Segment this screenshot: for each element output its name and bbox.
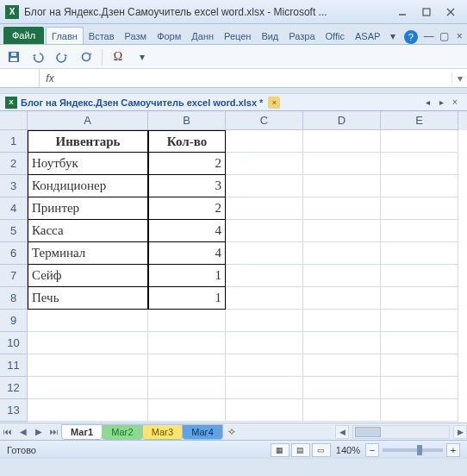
minimize-button[interactable]	[391, 4, 414, 20]
hscroll-thumb[interactable]	[355, 427, 381, 437]
cell-B1[interactable]: Кол-во	[148, 130, 226, 153]
cell-A5[interactable]: Касса	[28, 220, 148, 242]
tab-view[interactable]: Вид	[256, 28, 283, 44]
spreadsheet-grid[interactable]: ABCDE 12345678910111213 ИнвентарьКол-воН…	[0, 110, 467, 423]
cell-D11[interactable]	[303, 354, 381, 377]
column-header-C[interactable]: C	[226, 111, 303, 130]
select-all-corner[interactable]	[0, 111, 28, 130]
doc-nav-close-icon[interactable]: ×	[448, 97, 462, 109]
ribbon-minimize-button[interactable]: ▾	[385, 28, 401, 44]
cell-A2[interactable]: Ноутбук	[28, 153, 148, 175]
cell-C10[interactable]	[226, 332, 303, 354]
cell-D12[interactable]	[303, 377, 381, 399]
cell-B5[interactable]: 4	[148, 220, 226, 242]
zoom-out-button[interactable]: −	[365, 443, 379, 457]
row-header-3[interactable]: 3	[0, 175, 28, 197]
tab-office[interactable]: Offic	[321, 28, 350, 44]
view-pagebreak-button[interactable]: ▭	[312, 443, 331, 457]
cell-E4[interactable]	[381, 197, 458, 220]
tab-asap[interactable]: ASAP	[350, 28, 385, 44]
cell-D13[interactable]	[303, 399, 381, 422]
dropdown-icon[interactable]: ▾	[134, 48, 151, 66]
cell-C5[interactable]	[226, 220, 303, 242]
redo-icon[interactable]	[53, 48, 71, 66]
cell-A12[interactable]	[28, 377, 148, 399]
insert-worksheet-icon[interactable]: ✧	[223, 426, 240, 438]
cell-E10[interactable]	[381, 332, 458, 354]
cell-C3[interactable]	[226, 175, 303, 197]
column-header-D[interactable]: D	[303, 111, 381, 130]
workbook-close-button[interactable]: ×	[451, 28, 467, 44]
close-button[interactable]	[439, 4, 462, 20]
tab-insert[interactable]: Встав	[84, 28, 120, 44]
cell-E12[interactable]	[381, 377, 458, 399]
sheet-tab-Маг2[interactable]: Маг2	[102, 424, 143, 440]
row-header-7[interactable]: 7	[0, 265, 28, 287]
cell-A9[interactable]	[28, 310, 148, 332]
cell-B9[interactable]	[148, 310, 226, 332]
sheet-nav-prev-icon[interactable]: ◀	[16, 424, 31, 440]
cell-E2[interactable]	[381, 153, 458, 175]
tab-review[interactable]: Рецен	[219, 28, 256, 44]
macro-icon[interactable]: Ω	[109, 48, 127, 66]
name-box[interactable]	[0, 69, 40, 87]
sheet-tab-Маг1[interactable]: Маг1	[61, 424, 103, 440]
cell-E5[interactable]	[381, 220, 458, 242]
row-header-2[interactable]: 2	[0, 153, 28, 175]
sheet-nav-first-icon[interactable]: ⏮	[0, 424, 16, 440]
zoom-in-button[interactable]: +	[446, 443, 460, 457]
cell-C7[interactable]	[226, 265, 303, 287]
hscroll-left-button[interactable]: ◀	[335, 425, 349, 439]
row-header-6[interactable]: 6	[0, 242, 28, 265]
cell-D4[interactable]	[303, 197, 381, 220]
tab-developer[interactable]: Разра	[283, 28, 320, 44]
cell-C2[interactable]	[226, 153, 303, 175]
cell-B3[interactable]: 3	[148, 175, 226, 197]
doc-nav-left-icon[interactable]: ◂	[420, 97, 434, 109]
hscroll-track[interactable]	[352, 425, 450, 439]
cell-E3[interactable]	[381, 175, 458, 197]
cell-E11[interactable]	[381, 354, 458, 377]
formula-expand-button[interactable]: ▾	[451, 72, 467, 85]
cell-A1[interactable]: Инвентарь	[28, 130, 148, 153]
cell-D6[interactable]	[303, 242, 381, 265]
cell-C4[interactable]	[226, 197, 303, 220]
tab-home[interactable]: Главн	[46, 27, 84, 44]
sheet-tab-Маг4[interactable]: Маг4	[182, 424, 223, 440]
cell-B10[interactable]	[148, 332, 226, 354]
cell-C1[interactable]	[226, 130, 303, 153]
save-icon[interactable]	[5, 48, 22, 66]
workbook-restore-button[interactable]: ▢	[437, 28, 452, 44]
cell-E7[interactable]	[381, 265, 458, 287]
cell-D9[interactable]	[303, 310, 381, 332]
view-normal-button[interactable]: ▦	[271, 443, 290, 457]
document-close-icon[interactable]: ×	[268, 97, 280, 109]
cell-E1[interactable]	[381, 130, 458, 153]
cell-B2[interactable]: 2	[148, 153, 226, 175]
sheet-tab-Маг3[interactable]: Маг3	[142, 424, 184, 440]
cell-C11[interactable]	[226, 354, 303, 377]
tab-file[interactable]: Файл	[3, 27, 44, 44]
zoom-slider[interactable]	[383, 448, 443, 452]
cell-B6[interactable]: 4	[148, 242, 226, 265]
row-header-4[interactable]: 4	[0, 197, 28, 220]
row-header-1[interactable]: 1	[0, 130, 28, 153]
column-header-B[interactable]: B	[148, 111, 226, 130]
cell-C6[interactable]	[226, 242, 303, 265]
tab-pagelayout[interactable]: Разм	[120, 28, 153, 44]
sheet-nav-next-icon[interactable]: ▶	[31, 424, 47, 440]
undo-icon[interactable]	[29, 48, 47, 66]
maximize-button[interactable]	[415, 4, 438, 20]
repeat-icon[interactable]	[78, 48, 95, 66]
tab-data[interactable]: Данн	[186, 28, 219, 44]
cell-B7[interactable]: 1	[148, 265, 226, 287]
cell-E13[interactable]	[381, 399, 458, 422]
row-header-8[interactable]: 8	[0, 287, 28, 310]
column-header-A[interactable]: A	[28, 111, 148, 130]
cell-D3[interactable]	[303, 175, 381, 197]
cell-D2[interactable]	[303, 153, 381, 175]
cell-A4[interactable]: Принтер	[28, 197, 148, 220]
cell-C13[interactable]	[226, 399, 303, 422]
formula-input[interactable]	[60, 69, 451, 87]
column-header-E[interactable]: E	[381, 111, 458, 130]
